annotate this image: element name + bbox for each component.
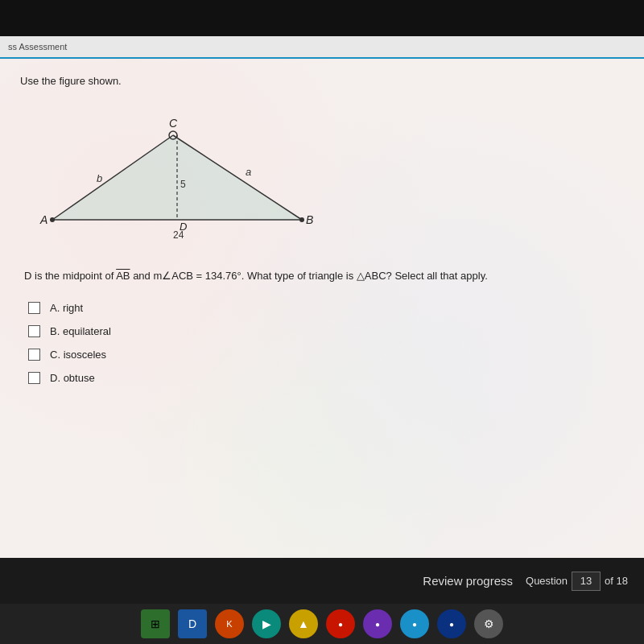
- content-area: Use the figure shown. A B C D: [0, 59, 644, 558]
- problem-part1: D is the midpoint of: [24, 270, 116, 282]
- choice-label-d: D. obtuse: [50, 372, 95, 384]
- svg-text:B: B: [306, 213, 313, 226]
- review-progress-button[interactable]: Review progress: [410, 568, 526, 594]
- browser-bar: ss Assessment: [0, 36, 644, 59]
- taskbar-icon-play[interactable]: ▶: [252, 609, 281, 638]
- figure-container: A B C D b a 5 24: [36, 103, 342, 256]
- svg-text:24: 24: [173, 229, 184, 241]
- problem-statement: D is the midpoint of AB and m∠ACB = 134.…: [24, 268, 624, 284]
- checkbox-b[interactable]: [28, 325, 40, 337]
- triangle-figure: A B C D b a 5 24: [36, 103, 342, 256]
- problem-part3: . What type of triangle is △ABC? Select …: [242, 270, 488, 282]
- bottom-nav-bar: Review progress Question 13 of 18: [0, 558, 644, 604]
- taskbar-icon-darkblue-circle[interactable]: ●: [437, 609, 466, 638]
- taskbar-icon-arrow[interactable]: ▲: [289, 609, 318, 638]
- svg-text:5: 5: [180, 179, 186, 190]
- taskbar-icon-grid[interactable]: ⊞: [141, 609, 170, 638]
- question-label: Question: [526, 575, 568, 587]
- svg-text:C: C: [169, 117, 178, 130]
- choice-row-d[interactable]: D. obtuse: [28, 372, 624, 384]
- checkbox-a[interactable]: [28, 302, 40, 314]
- problem-part2: and m∠ACB = 134.76°: [130, 270, 242, 282]
- answer-choices: A. right B. equilateral C. isosceles D. …: [28, 302, 624, 384]
- taskbar-icon-purple-circle[interactable]: ●: [363, 609, 392, 638]
- choice-label-a: A. right: [50, 302, 83, 314]
- choice-row-c[interactable]: C. isosceles: [28, 349, 624, 361]
- current-question-number: 13: [580, 575, 592, 587]
- svg-text:a: a: [246, 166, 251, 178]
- choice-label-b: B. equilateral: [50, 325, 111, 337]
- svg-point-15: [299, 217, 304, 222]
- checkbox-c[interactable]: [28, 349, 40, 361]
- taskbar-icon-docs[interactable]: D: [178, 609, 207, 638]
- taskbar-icon-lightblue-circle[interactable]: ●: [400, 609, 429, 638]
- tab-label: ss Assessment: [8, 42, 67, 52]
- taskbar: ⊞ D K ▶ ▲ ● ● ● ● ⚙: [0, 604, 644, 644]
- top-black-bar: [0, 0, 644, 36]
- taskbar-icon-kindle[interactable]: K: [215, 609, 244, 638]
- choice-label-c: C. isosceles: [50, 349, 106, 361]
- svg-text:A: A: [39, 213, 47, 226]
- total-questions-label: of 18: [605, 575, 628, 587]
- taskbar-icon-gear[interactable]: ⚙: [474, 609, 503, 638]
- question-navigation: Question 13 of 18: [526, 572, 628, 591]
- instruction-text: Use the figure shown.: [20, 75, 624, 87]
- ab-label: AB: [116, 270, 130, 282]
- checkbox-d[interactable]: [28, 372, 40, 384]
- taskbar-icon-red-circle[interactable]: ●: [326, 609, 355, 638]
- choice-row-a[interactable]: A. right: [28, 302, 624, 314]
- svg-point-14: [50, 217, 55, 222]
- svg-text:b: b: [97, 172, 102, 184]
- choice-row-b[interactable]: B. equilateral: [28, 325, 624, 337]
- current-question-box: 13: [572, 572, 601, 591]
